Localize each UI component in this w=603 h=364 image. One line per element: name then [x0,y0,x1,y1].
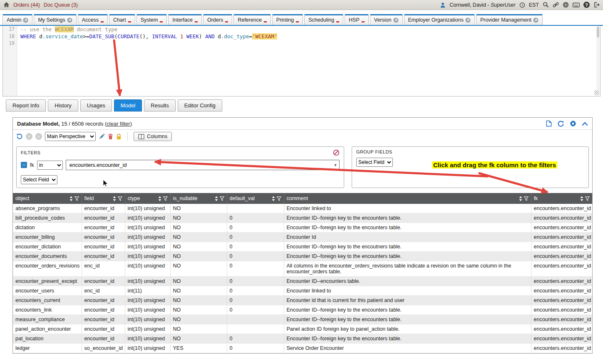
cell-default-val: 0 [227,213,284,223]
column-header-is-nullable[interactable]: is_nullable [170,193,227,204]
combo-dropdown-icon[interactable]: ▾ [332,163,339,167]
perspective-select[interactable]: Main Perspective [45,132,96,141]
sql-editor[interactable]: 17-- use the WCEXAM document type18WHERE… [2,26,601,97]
orders-link[interactable]: Orders (44) [13,2,40,8]
nav-tab-my-settings[interactable]: My Settings [34,14,76,25]
nav-tab-system[interactable]: System [136,14,167,25]
column-label: object [15,196,68,201]
table-row[interactable]: encounter_orders_revisionsenc_idint(10) … [13,261,592,277]
new-document-icon[interactable] [546,120,552,127]
filter-icon[interactable] [220,196,224,201]
sort-icon[interactable] [69,196,73,201]
doc-queue-link[interactable]: Doc Queue (3) [44,2,78,8]
nav-tab-reference[interactable]: Reference [233,14,271,25]
history-back-icon[interactable]: ‹ [26,133,32,140]
delete-trash-icon[interactable] [108,134,113,140]
table-row[interactable]: encounter_dictationencounter_idint(10) u… [13,242,592,252]
table-row[interactable]: measure_complianceencounter_idint(10) un… [13,315,592,324]
add-filter-field-select[interactable]: Select Field [21,175,57,184]
table-row[interactable]: encounters_currentencounter_idint(10) un… [13,296,592,305]
nav-tab-orders[interactable]: Orders [203,14,232,25]
column-label: comment [287,196,517,201]
nav-tab-scheduling[interactable]: Scheduling [304,14,343,25]
collapse-chevron-icon[interactable] [582,121,588,126]
filter-icon[interactable] [118,196,122,201]
clear-filter-link[interactable]: clear filter [107,121,130,127]
tab-history[interactable]: History [48,99,78,111]
column-header-field[interactable]: field [82,193,125,204]
scrollbar-thumb[interactable] [597,27,599,37]
filter-icon[interactable] [74,196,79,201]
tab-report-info[interactable]: Report Info [6,99,46,111]
tab-results[interactable]: Results [144,99,175,111]
sort-icon[interactable] [580,196,583,201]
cell-default-val: 0 [227,296,284,305]
group-field-select[interactable]: Select Field [356,158,393,167]
search-icon[interactable] [543,2,549,8]
tab-model[interactable]: Model [114,99,142,111]
table-row[interactable]: pat_locationencounter_idint(10) unsigned… [13,334,592,344]
nav-tab-interface[interactable]: Interface [168,14,202,25]
column-header-fk[interactable]: fk [531,193,592,204]
sort-icon[interactable] [113,196,116,201]
resize-handle-icon[interactable] [594,90,599,95]
table-row[interactable]: panel_action_encounterencounter_idint(10… [13,324,592,334]
filter-icon[interactable] [585,196,590,201]
columns-button[interactable]: Columns [134,132,172,141]
lock-icon[interactable] [116,134,122,140]
editor-scrollbar[interactable] [596,26,600,90]
table-row[interactable]: encounters_linkencounter_idint(10) unsig… [13,305,592,315]
collapse-filter-icon[interactable]: − [21,162,27,168]
keyboard-icon[interactable] [573,2,580,7]
clock-icon[interactable] [519,2,525,8]
tab-usages[interactable]: Usages [80,99,112,111]
table-row[interactable]: bill_procedure_codesencounter_idint(10) … [13,213,592,223]
help-icon[interactable]: ? [583,2,590,8]
filters-panel: FILTERS − fk in ▾ Select Field [16,146,344,188]
nav-tab-provider-management[interactable]: Provider Management [476,14,543,25]
table-row[interactable]: encounter_billingencounter_idint(10) uns… [13,233,592,242]
table-row[interactable]: dictationencounter_idint(10) unsignedNO0… [13,223,592,233]
code-text: -- use the WCEXAM document type [17,26,117,33]
history-forward-icon[interactable]: › [35,133,42,140]
column-header-comment[interactable]: comment [284,193,531,204]
sort-icon[interactable] [158,196,161,201]
edit-pencil-icon[interactable] [99,134,105,140]
logout-icon[interactable] [593,2,600,8]
sort-icon[interactable] [519,196,522,201]
table-row[interactable]: encounter_usersenc_idint(11)NO0Encounter… [13,286,592,296]
table-row[interactable]: absence_programsencounter_idint(10) unsi… [13,204,592,213]
tab-editor-config[interactable]: Editor Config [178,99,222,111]
nav-tab-access[interactable]: Access [78,14,108,25]
filter-operator-select[interactable]: in [37,161,63,170]
table-row[interactable]: ledgerso_encounter_idint(10) unsignedYES… [13,344,592,353]
link-icon[interactable] [553,2,559,8]
globe-icon[interactable] [563,2,569,8]
sort-icon[interactable] [215,196,218,201]
nav-tab-chart[interactable]: Chart [109,14,135,25]
user-name[interactable]: Cornwell, David - SuperUser [449,2,515,8]
gear-icon[interactable] [570,120,576,127]
home-icon[interactable] [3,2,10,8]
cell-default-val: 0 [227,286,284,296]
nav-tab-printing[interactable]: Printing [272,14,303,25]
column-header-ctype[interactable]: ctype [125,193,170,204]
remove-filter-icon[interactable] [333,149,340,156]
filter-icon[interactable] [277,196,281,201]
nav-tab-employer-organizations[interactable]: Employer Organizations [404,14,475,25]
nav-tab-hsp[interactable]: HSP [345,14,369,25]
column-header-object[interactable]: object [13,193,82,204]
table-row[interactable]: encounter_present_exceptencounter_idint(… [13,277,592,286]
column-header-default-val[interactable]: default_val [227,193,284,204]
nav-tab-admin[interactable]: Admin [2,14,32,25]
filter-icon[interactable] [163,196,168,201]
cell-object: encounter_billing [13,233,82,242]
filter-value-input[interactable] [66,162,332,168]
nav-tab-version[interactable]: Version [370,14,403,25]
refresh-icon[interactable] [557,120,564,127]
filter-icon[interactable] [524,196,529,201]
table-row[interactable]: encounter_documentsencounter_idint(10) u… [13,252,592,261]
sort-icon[interactable] [272,196,275,201]
reset-icon[interactable] [16,133,23,140]
cell-field: encounter_id [82,296,125,305]
